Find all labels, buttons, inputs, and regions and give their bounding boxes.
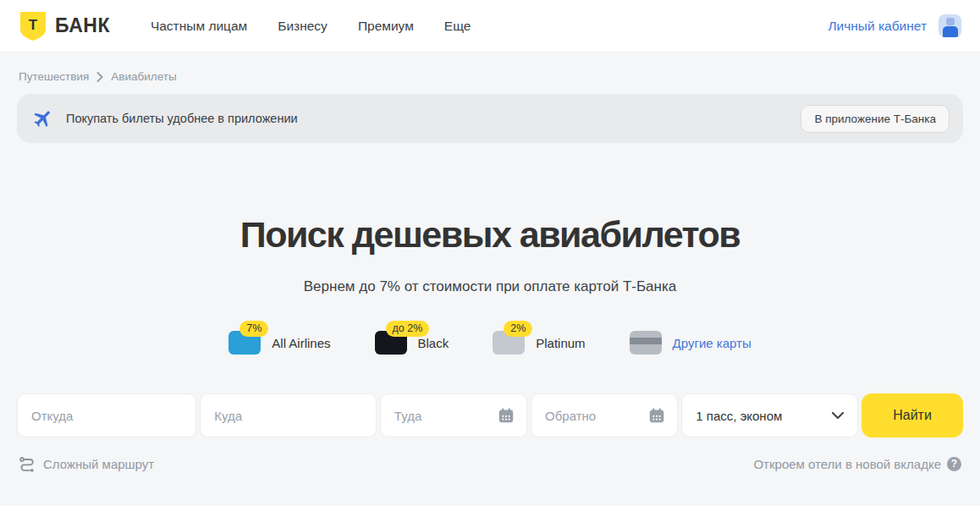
logo-brand-text: БАНК <box>55 14 110 37</box>
passengers-value: 1 пасс, эконом <box>696 409 782 423</box>
top-header: Т БАНК Частным лицам Бизнесу Премиум Еще… <box>0 0 980 52</box>
tbank-shield-icon: Т <box>19 10 47 42</box>
chevron-down-icon <box>831 411 845 420</box>
cashback-badge: 7% <box>239 321 268 337</box>
all-airlines-card-icon: 7% <box>228 331 261 355</box>
hero-section: Поиск дешевых авиабилетов Вернем до 7% о… <box>0 214 980 295</box>
account-link[interactable]: Личный кабинет <box>828 19 927 34</box>
chevron-right-icon <box>96 72 103 82</box>
to-field <box>200 393 377 437</box>
card-other[interactable]: Другие карты <box>630 331 752 355</box>
card-label: Black <box>418 336 449 350</box>
to-input[interactable] <box>201 394 376 437</box>
flight-search-form: 1 пасс, эконом Найти <box>17 393 963 437</box>
tbank-logo[interactable]: Т БАНК <box>19 10 110 42</box>
breadcrumb-avia[interactable]: Авиабилеты <box>111 70 176 83</box>
return-date-field <box>531 393 678 437</box>
route-icon <box>19 455 36 472</box>
help-icon[interactable]: ? <box>947 457 961 471</box>
calendar-icon[interactable] <box>647 406 666 425</box>
card-label: All Airlines <box>272 336 330 350</box>
complex-route-link[interactable]: Сложный маршрут <box>19 455 154 472</box>
user-avatar-icon[interactable] <box>939 14 961 37</box>
header-right: Личный кабинет <box>828 14 961 37</box>
logo-letter: Т <box>29 17 38 33</box>
cashback-badge: 2% <box>504 321 532 337</box>
platinum-card-icon: 2% <box>493 331 525 355</box>
cashback-badge: до 2% <box>386 321 430 337</box>
main-nav: Частным лицам Бизнесу Премиум Еще <box>151 19 471 34</box>
other-cards-icon <box>630 331 662 355</box>
card-platinum: 2% Platinum <box>493 331 585 355</box>
card-all-airlines: 7% All Airlines <box>228 331 330 355</box>
from-input[interactable] <box>18 394 195 437</box>
cashback-subtitle: Вернем до 7% от стоимости при оплате кар… <box>0 278 980 295</box>
banner-text: Покупать билеты удобнее в приложении <box>66 112 298 125</box>
nav-item-premium[interactable]: Премиум <box>358 19 414 34</box>
hotels-note-text: Откроем отели в новой вкладке <box>753 457 941 471</box>
breadcrumb: Путешествия Авиабилеты <box>0 52 980 83</box>
airplane-icon <box>28 103 59 135</box>
calendar-icon[interactable] <box>497 406 515 425</box>
other-cards-link[interactable]: Другие карты <box>673 336 752 350</box>
passengers-class-dropdown[interactable]: 1 пасс, эконом <box>681 393 858 437</box>
card-stripe <box>630 338 662 344</box>
open-in-app-button[interactable]: В приложение Т-Банка <box>801 105 950 133</box>
app-promo-banner: Покупать билеты удобнее в приложении В п… <box>17 94 963 143</box>
nav-item-business[interactable]: Бизнесу <box>278 19 328 34</box>
cashback-cards-row: 7% All Airlines до 2% Black 2% Platinum … <box>0 331 980 355</box>
hotels-note: Откроем отели в новой вкладке ? <box>753 457 961 471</box>
card-black: до 2% Black <box>375 331 449 355</box>
avatar-head <box>946 18 955 25</box>
search-button[interactable]: Найти <box>862 393 963 437</box>
complex-route-label: Сложный маршрут <box>43 457 154 471</box>
page-title: Поиск дешевых авиабилетов <box>0 214 980 256</box>
breadcrumb-travel[interactable]: Путешествия <box>19 70 89 83</box>
from-field <box>17 393 196 437</box>
nav-item-more[interactable]: Еще <box>444 19 471 34</box>
form-footer-row: Сложный маршрут Откроем отели в новой вк… <box>19 455 961 472</box>
depart-date-field <box>380 393 527 437</box>
black-card-icon: до 2% <box>375 331 407 355</box>
card-label: Platinum <box>536 336 585 350</box>
avatar-body <box>943 26 958 37</box>
nav-item-private[interactable]: Частным лицам <box>151 19 247 34</box>
